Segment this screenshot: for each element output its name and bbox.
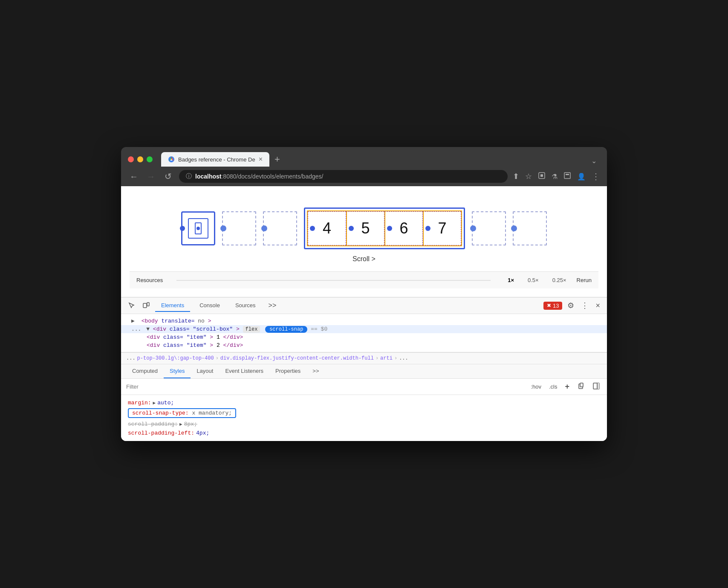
- scroll-snap-badge[interactable]: scroll-snap: [265, 326, 307, 333]
- item-tag-close-2: >: [210, 342, 213, 349]
- item-class-2: class=: [163, 342, 183, 349]
- url-port: :8080: [221, 173, 236, 180]
- filter-actions: :hov .cls +: [529, 381, 602, 392]
- snap-dot-2: [261, 225, 267, 231]
- item-class-val-1: "item": [187, 334, 207, 340]
- svg-rect-7: [147, 303, 149, 306]
- scroll-padding-name: scroll-padding:: [128, 421, 178, 427]
- toggle-sidebar-icon[interactable]: [591, 381, 602, 392]
- url-display: localhost:8080/docs/devtools/elements/ba…: [195, 173, 323, 180]
- forward-button[interactable]: →: [145, 170, 157, 182]
- computed-tab[interactable]: Computed: [126, 364, 164, 378]
- copy-icon[interactable]: [575, 381, 586, 392]
- bookmark-icon[interactable]: ☆: [525, 172, 532, 181]
- scroll-viz: 4 5 6 7: [130, 195, 598, 271]
- bc-part-2[interactable]: div.display-flex.justify-content-center.…: [220, 355, 374, 361]
- account-icon[interactable]: 👤: [577, 173, 586, 181]
- devtools: Elements Console Sources >> ✖ 13 ⚙ ⋮ × ▶…: [121, 297, 607, 441]
- title-bar: Badges reference - Chrome De × + ⌄: [121, 147, 607, 167]
- item-div-2: <div: [147, 342, 163, 349]
- rerun-button[interactable]: Rerun: [577, 277, 592, 283]
- tab-strip-icon[interactable]: [563, 172, 571, 181]
- properties-tab[interactable]: Properties: [269, 364, 306, 378]
- tab-elements[interactable]: Elements: [155, 300, 190, 312]
- scroll-snap-type-name: scroll-snap-type:: [132, 410, 189, 416]
- chrome-favicon: [168, 156, 175, 163]
- tab-close-icon[interactable]: ×: [259, 156, 263, 163]
- settings-icon[interactable]: ⚙: [566, 299, 576, 312]
- item-6-label: 6: [399, 219, 408, 237]
- devtools-toolbar: Elements Console Sources >> ✖ 13 ⚙ ⋮ ×: [121, 297, 607, 314]
- devtools-right-icons: ✖ 13 ⚙ ⋮ ×: [543, 299, 602, 312]
- scroll-padding-prop: scroll-padding: ▶ 8px;: [128, 420, 600, 429]
- scroll-label: Scroll >: [352, 255, 376, 263]
- share-icon[interactable]: ⬆: [513, 172, 519, 181]
- device-icon[interactable]: [141, 300, 152, 311]
- html-line-1: ▶ <body translate= no >: [121, 317, 607, 325]
- back-button[interactable]: ←: [128, 170, 140, 182]
- html-panel: ▶ <body translate= no > ... ▼ <div class…: [121, 314, 607, 352]
- svg-rect-3: [540, 174, 543, 177]
- scroll-padding-left-prop: scroll-padding-left: 4px;: [128, 429, 600, 438]
- active-tab[interactable]: Badges reference - Chrome De ×: [161, 152, 269, 167]
- tabs-area: Badges reference - Chrome De × + ⌄: [161, 152, 600, 167]
- flex-badge[interactable]: flex: [243, 326, 260, 333]
- maximize-button[interactable]: [147, 156, 153, 162]
- bc-div-2: ›: [376, 355, 378, 361]
- traffic-lights: [128, 156, 153, 162]
- filter-input[interactable]: [126, 383, 526, 390]
- flask-icon[interactable]: ⚗: [552, 173, 558, 181]
- margin-prop: margin: ▶ auto;: [128, 398, 600, 407]
- item-text-2: 2: [217, 342, 220, 349]
- new-tab-button[interactable]: +: [271, 152, 283, 167]
- cls-filter-button[interactable]: .cls: [547, 383, 559, 391]
- close-devtools-icon[interactable]: ×: [594, 300, 602, 312]
- hov-filter-button[interactable]: :hov: [529, 383, 543, 391]
- more-panels-button[interactable]: >>: [306, 364, 325, 378]
- resources-label: Resources: [136, 277, 163, 283]
- more-tabs-button[interactable]: >>: [265, 300, 280, 311]
- expand-dots: ▶: [131, 318, 135, 324]
- speed-05x-button[interactable]: 0.5×: [524, 275, 542, 285]
- add-style-button[interactable]: +: [563, 381, 571, 392]
- margin-name: margin:: [128, 400, 151, 406]
- bc-part-3[interactable]: arti: [380, 355, 393, 361]
- first-scroll-item: [181, 211, 215, 245]
- tab-console[interactable]: Console: [194, 300, 226, 312]
- body-tag: <body: [142, 318, 158, 324]
- speed-025x-button[interactable]: 0.25×: [549, 275, 570, 285]
- speed-1x-button[interactable]: 1×: [504, 275, 517, 285]
- scroll-padding-value: 8px;: [184, 421, 197, 427]
- address-input[interactable]: ⓘ localhost:8080/docs/devtools/elements/…: [179, 170, 508, 183]
- scroll-padding-expand-arrow[interactable]: ▶: [179, 421, 182, 427]
- layout-tab[interactable]: Layout: [191, 364, 219, 378]
- bc-div-1: ›: [216, 355, 219, 361]
- extension-icon[interactable]: [538, 172, 546, 181]
- bc-part-1[interactable]: p-top-300.lg\:gap-top-400: [137, 355, 214, 361]
- snap-dot-3: [470, 225, 476, 231]
- animation-bar: Resources 1× 0.5× 0.25× Rerun: [130, 271, 598, 288]
- event-listeners-tab[interactable]: Event Listeners: [219, 364, 269, 378]
- styles-filter-bar: :hov .cls +: [121, 379, 607, 395]
- item-7-label: 7: [438, 219, 446, 237]
- snap-items-group: 4 5 6 7: [307, 210, 462, 246]
- close-button[interactable]: [128, 156, 134, 162]
- tab-sources[interactable]: Sources: [229, 300, 262, 312]
- more-icon[interactable]: ⋮: [592, 171, 600, 182]
- minimize-button[interactable]: [137, 156, 143, 162]
- error-count: 13: [553, 303, 559, 309]
- breadcrumb: ... p-top-300.lg\:gap-top-400 › div.disp…: [121, 352, 607, 364]
- reload-button[interactable]: ↺: [162, 170, 174, 182]
- svg-rect-4: [564, 173, 570, 179]
- bc-ellipsis-2: ...: [399, 355, 408, 361]
- styles-tab[interactable]: Styles: [164, 364, 191, 378]
- item-class-val-2: "item": [187, 342, 207, 349]
- inspect-icon[interactable]: [126, 300, 137, 311]
- div-tag: <div: [153, 326, 170, 332]
- item-end-1: </div>: [223, 334, 243, 340]
- bc-ellipsis-1: ...: [126, 355, 136, 361]
- more-options-icon[interactable]: ⋮: [579, 299, 590, 312]
- margin-expand-arrow[interactable]: ▶: [153, 400, 156, 406]
- dollar-ref: == $0: [311, 326, 327, 332]
- tab-dropdown-icon[interactable]: ⌄: [588, 155, 600, 167]
